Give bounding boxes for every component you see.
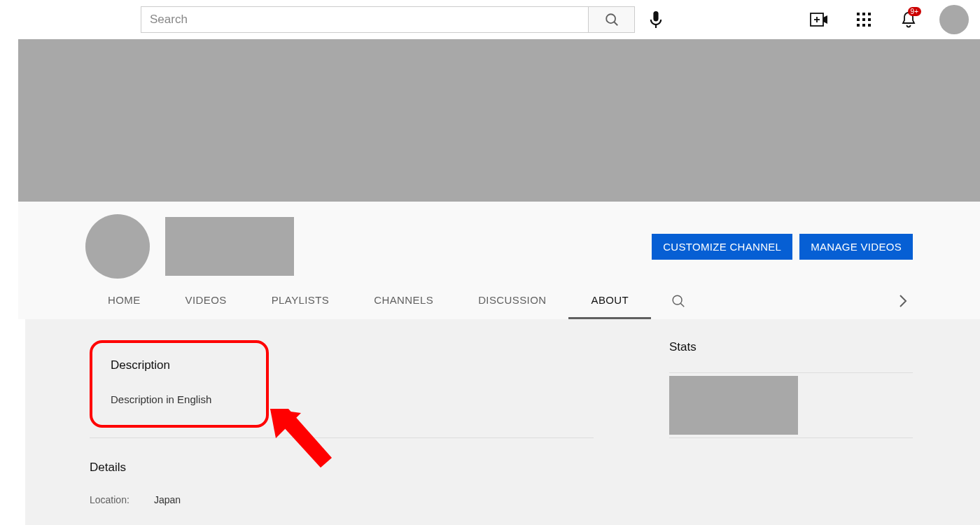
description-text: Description in English <box>111 393 251 405</box>
svg-marker-18 <box>270 409 332 468</box>
tab-search-button[interactable] <box>651 285 706 317</box>
svg-rect-12 <box>868 18 871 21</box>
svg-marker-19 <box>270 409 301 438</box>
about-section: Description Description in English Detai… <box>25 319 980 525</box>
svg-point-0 <box>606 14 615 23</box>
about-main-column: Description Description in English Detai… <box>90 340 594 505</box>
search-button[interactable] <box>588 7 634 32</box>
channel-actions: CUSTOMIZE CHANNEL MANAGE VIDEOS <box>652 234 913 260</box>
tab-home[interactable]: HOME <box>85 283 163 319</box>
apps-button[interactable] <box>850 6 878 34</box>
customize-channel-button[interactable]: CUSTOMIZE CHANNEL <box>652 234 792 260</box>
description-heading: Description <box>111 358 251 372</box>
svg-line-17 <box>681 303 685 307</box>
channel-strip: CUSTOMIZE CHANNEL MANAGE VIDEOS HOME VID… <box>18 202 980 319</box>
topbar: 9+ <box>0 0 980 39</box>
voice-search-button[interactable] <box>642 6 670 34</box>
create-button[interactable] <box>805 6 833 34</box>
stats-divider <box>669 372 913 373</box>
channel-name-placeholder <box>165 217 294 276</box>
tabs-scroll-right-button[interactable] <box>893 290 913 312</box>
notifications-button[interactable]: 9+ <box>895 6 923 34</box>
microphone-icon <box>650 11 662 28</box>
create-video-icon <box>810 13 828 27</box>
tab-channels[interactable]: CHANNELS <box>351 283 456 319</box>
account-avatar[interactable] <box>939 5 969 34</box>
svg-point-16 <box>673 295 682 304</box>
stats-column: Stats <box>669 340 913 505</box>
svg-rect-9 <box>868 13 871 15</box>
svg-rect-8 <box>862 13 865 15</box>
search-icon <box>671 293 686 309</box>
detail-row-location: Location: Japan <box>90 494 594 505</box>
channel-tabs: HOME VIDEOS PLAYLISTS CHANNELS DISCUSSIO… <box>18 283 980 319</box>
apps-grid-icon <box>857 13 871 27</box>
search-box <box>141 6 635 33</box>
channel-header: CUSTOMIZE CHANNEL MANAGE VIDEOS <box>18 202 980 279</box>
tab-playlists[interactable]: PLAYLISTS <box>249 283 352 319</box>
description-annotation-box: Description Description in English <box>90 340 269 428</box>
svg-rect-7 <box>857 13 860 15</box>
tab-discussion[interactable]: DISCUSSION <box>456 283 568 319</box>
manage-videos-button[interactable]: MANAGE VIDEOS <box>799 234 913 260</box>
svg-line-1 <box>614 22 617 25</box>
stats-divider <box>669 438 913 438</box>
topbar-actions: 9+ <box>805 5 969 34</box>
svg-rect-10 <box>857 18 860 21</box>
details-heading: Details <box>90 461 594 475</box>
stats-value-placeholder <box>669 376 798 435</box>
search-icon <box>604 12 620 27</box>
stats-heading: Stats <box>669 340 913 354</box>
svg-rect-13 <box>857 24 860 27</box>
svg-rect-11 <box>862 18 865 21</box>
tab-about[interactable]: ABOUT <box>568 283 651 319</box>
detail-location-value: Japan <box>154 494 181 505</box>
svg-rect-2 <box>653 11 658 21</box>
svg-rect-15 <box>868 24 871 27</box>
search-area <box>141 6 670 34</box>
section-divider <box>90 438 594 438</box>
detail-location-label: Location: <box>90 494 154 505</box>
channel-avatar[interactable] <box>85 214 150 279</box>
svg-rect-14 <box>862 24 865 27</box>
channel-banner <box>18 39 980 202</box>
chevron-right-icon <box>899 294 907 308</box>
notification-badge: 9+ <box>908 7 921 16</box>
search-input[interactable] <box>141 7 588 32</box>
tab-videos[interactable]: VIDEOS <box>163 283 249 319</box>
